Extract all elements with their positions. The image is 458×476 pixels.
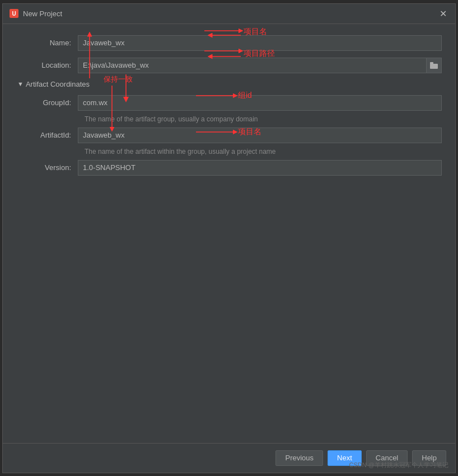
collapse-triangle-icon[interactable]: ▼ xyxy=(17,81,24,87)
location-row: Location: xyxy=(16,58,442,73)
name-row: Name: xyxy=(16,35,442,51)
title-bar: U New Project ✕ xyxy=(3,4,455,24)
watermark: CSDN @羊村跳水冠军个人学习笔记 xyxy=(349,461,448,469)
location-label: Location: xyxy=(16,61,78,69)
version-label: Version: xyxy=(16,163,78,172)
artifact-id-input[interactable] xyxy=(78,128,442,143)
group-id-label: GroupId: xyxy=(16,98,78,107)
dialog-title: New Project xyxy=(23,10,62,18)
artifact-section-title: Artifact Coordinates xyxy=(26,80,90,88)
version-input[interactable] xyxy=(78,160,442,176)
artifact-id-hint: The name of the artifact within the grou… xyxy=(78,148,442,155)
svg-rect-0 xyxy=(430,64,438,69)
close-button[interactable]: ✕ xyxy=(437,8,448,19)
dialog-content: Name: Location: ▼ Artifact Coordinates xyxy=(3,24,455,443)
svg-rect-1 xyxy=(430,62,433,64)
group-id-hint: The name of the artifact group, usually … xyxy=(78,115,442,123)
browse-button[interactable] xyxy=(426,58,442,73)
location-field-container xyxy=(78,58,442,73)
group-id-row: GroupId: xyxy=(16,95,442,111)
name-label: Name: xyxy=(16,39,78,47)
version-row: Version: xyxy=(16,160,442,176)
group-id-input[interactable] xyxy=(78,95,442,111)
artifact-id-row: ArtifactId: xyxy=(16,128,442,143)
title-bar-left: U New Project xyxy=(10,9,62,18)
svg-text:项目名: 项目名 xyxy=(244,27,267,36)
artifact-section-header: ▼ Artifact Coordinates xyxy=(16,80,442,88)
location-input[interactable] xyxy=(78,58,426,73)
name-input[interactable] xyxy=(78,35,442,51)
app-icon: U xyxy=(10,9,18,18)
artifact-id-label: ArtifactId: xyxy=(16,131,78,139)
new-project-dialog: U New Project ✕ Name: Location: xyxy=(2,3,456,473)
previous-button[interactable]: Previous xyxy=(275,450,323,466)
